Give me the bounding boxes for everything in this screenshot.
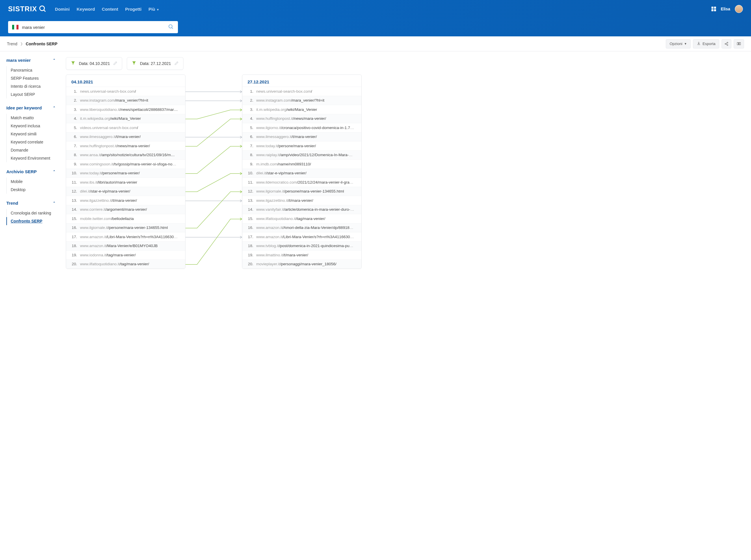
serp-row[interactable]: 4.it.m.wikipedia.org/wiki/Mara_Venier xyxy=(66,114,185,123)
serp-row[interactable]: 2.www.instagram.com/mara_venier/?hl=it xyxy=(242,96,361,105)
nav-keyword[interactable]: Keyword xyxy=(77,7,95,12)
serp-rank: 12. xyxy=(69,189,77,194)
flag-it-icon[interactable] xyxy=(12,25,18,29)
edit-icon[interactable] xyxy=(113,61,117,66)
serp-row[interactable]: 6.www.ilmessaggero.it/t/mara-venier/ xyxy=(242,132,361,141)
serp-url: movieplayer.it/personaggi/mara-venier_18… xyxy=(256,262,336,266)
sidebar-item[interactable]: Mobile xyxy=(7,178,55,186)
serp-url: www.iodonna.it/tag/mara-venier/ xyxy=(80,253,136,257)
date-filters: Data: 04.10.2021 Data: 27.12.2021 xyxy=(66,57,744,70)
export-button[interactable]: Esporta xyxy=(693,39,719,48)
serp-row[interactable]: 19.www.ilmattino.it/t/mara-venier/ xyxy=(242,250,361,260)
nav-progetti[interactable]: Progetti xyxy=(125,7,141,12)
search-box xyxy=(8,21,178,33)
nav-piu[interactable]: Più ▼ xyxy=(149,7,159,12)
sidebar-item[interactable]: Keyword correlate xyxy=(7,138,55,146)
serp-rank: 2. xyxy=(69,98,77,102)
serp-row[interactable]: 1.news.universal-search-box.com/ xyxy=(242,86,361,96)
serp-row[interactable]: 7.www.today.it/persone/mara-venier/ xyxy=(242,141,361,151)
serp-row[interactable]: 18.www.tvblog.it/post/domenica-in-2021-q… xyxy=(242,241,361,251)
search-icon[interactable] xyxy=(168,24,174,31)
apps-grid-icon[interactable] xyxy=(711,7,716,11)
logo[interactable]: SISTRIX xyxy=(8,5,47,13)
serp-row[interactable]: 12.www.ilgiornale.it/persone/mara-venier… xyxy=(242,187,361,196)
serp-row[interactable]: 17.www.amazon.it/Libri-Mara-Venier/s?rh=… xyxy=(242,232,361,241)
serp-url: www.ilgazzettino.it/t/mara-venier/ xyxy=(80,198,137,203)
serp-url: dilei.it/star-e-vip/mara-venier/ xyxy=(80,189,130,194)
sidebar-item[interactable]: Confronto SERP xyxy=(6,217,55,225)
sidebar-group-head[interactable]: mara venier⌃ xyxy=(6,58,55,63)
sidebar-group-head[interactable]: Trend⌃ xyxy=(6,201,55,205)
header-bar: SISTRIX Domini Keyword Content Progetti … xyxy=(0,0,751,18)
serp-row[interactable]: 15.mobile.twitter.com/bellodellazia xyxy=(66,214,185,223)
search-input[interactable] xyxy=(22,25,168,30)
serp-row[interactable]: 11.www.ildemocratico.com/2021/12/24/mara… xyxy=(242,178,361,187)
chevron-right-icon: ❯ xyxy=(20,42,23,46)
serp-row[interactable]: 20.movieplayer.it/personaggi/mara-venier… xyxy=(242,260,361,269)
breadcrumb-root[interactable]: Trend xyxy=(7,42,17,46)
serp-url: www.ilmessaggero.it/t/mara-venier/ xyxy=(80,135,141,139)
serp-row[interactable]: 6.www.ilmessaggero.it/t/mara-venier/ xyxy=(66,132,185,141)
sidebar-item[interactable]: Domande xyxy=(7,146,55,154)
book-button[interactable] xyxy=(734,39,744,48)
sidebar-item[interactable]: Match esatto xyxy=(7,114,55,122)
serp-row[interactable]: 18.www.amazon.it/Mara-Venier/e/B01MYO40J… xyxy=(66,241,185,251)
serp-rank: 14. xyxy=(69,207,77,212)
serp-row[interactable]: 1.news.universal-search-box.com/ xyxy=(66,86,185,96)
serp-row[interactable]: 10.dilei.it/star-e-vip/mara-venier/ xyxy=(242,168,361,178)
serp-row[interactable]: 9.www.comingsoon.it/tv/gossip/mara-venie… xyxy=(66,159,185,168)
serp-rank: 20. xyxy=(69,262,77,266)
serp-row[interactable]: 11.www.ibs.it/libri/autori/mara-venier xyxy=(66,178,185,187)
serp-row[interactable]: 5.videos.universal-search-box.com/ xyxy=(66,123,185,132)
serp-row[interactable]: 3.it.m.wikipedia.org/wiki/Mara_Venier xyxy=(242,105,361,114)
nav-content[interactable]: Content xyxy=(102,7,118,12)
serp-row[interactable]: 14.www.corriere.it/argomenti/mara-venier… xyxy=(66,205,185,214)
edit-icon[interactable] xyxy=(174,61,178,66)
serp-row[interactable]: 8.www.ansa.it/amp/sito/notizie/cultura/t… xyxy=(66,151,185,160)
serp-row[interactable]: 9.m.imdb.com/name/nm0893110/ xyxy=(242,159,361,168)
date-left-label: Data: 04.10.2021 xyxy=(79,61,110,66)
serp-row[interactable]: 16.www.amazon.it/Amori-della-zia-Mara-Ve… xyxy=(242,223,361,232)
avatar[interactable] xyxy=(735,5,743,13)
serp-row[interactable]: 5.www.ilgiorno.it/cronaca/positivo-covid… xyxy=(242,123,361,132)
filter-icon[interactable] xyxy=(71,61,75,66)
serp-row[interactable]: 16.www.ilgiornale.it/persone/mara-venier… xyxy=(66,223,185,232)
sidebar-item[interactable]: Cronologia dei ranking xyxy=(7,209,55,217)
serp-row[interactable]: 17.www.amazon.it/Libri-Mara-Venier/s?rh=… xyxy=(66,232,185,241)
user-name[interactable]: Elisa xyxy=(721,7,730,11)
sidebar-item[interactable]: Intento di ricerca xyxy=(7,82,55,91)
serp-rank: 3. xyxy=(245,107,253,112)
share-button[interactable] xyxy=(721,39,731,48)
serp-row[interactable]: 3.www.liberoquotidiano.it/news/spettacol… xyxy=(66,105,185,114)
serp-row[interactable]: 10.www.today.it/persone/mara-venier/ xyxy=(66,168,185,178)
chevron-down-icon: ▼ xyxy=(156,8,159,11)
sidebar-item[interactable]: Layout SERP xyxy=(7,91,55,98)
options-button[interactable]: Opzioni ▼ xyxy=(666,39,691,48)
serp-row[interactable]: 7.www.huffingtonpost.it/news/mara-venier… xyxy=(66,141,185,151)
sidebar-item[interactable]: Desktop xyxy=(7,186,55,194)
serp-row[interactable]: 2.www.instagram.com/mara_venier/?hl=it xyxy=(66,96,185,105)
serp-row[interactable]: 4.www.huffingtonpost.it/news/mara-venier… xyxy=(242,114,361,123)
main-nav: Domini Keyword Content Progetti Più ▼ xyxy=(55,7,159,12)
serp-url: www.ilgiorno.it/cronaca/positivo-covid-d… xyxy=(256,125,354,130)
serp-row[interactable]: 13.www.ilgazzettino.it/t/mara-venier/ xyxy=(242,196,361,205)
serp-rank: 20. xyxy=(245,262,253,266)
sidebar-item[interactable]: Keyword simili xyxy=(7,130,55,138)
sidebar-group-head[interactable]: Archivio SERP⌃ xyxy=(6,169,55,174)
serp-row[interactable]: 12.dilei.it/star-e-vip/mara-venier/ xyxy=(66,187,185,196)
serp-row[interactable]: 15.www.ilfattoquotidiano.it/tag/mara-ven… xyxy=(242,214,361,223)
serp-row[interactable]: 20.www.ilfattoquotidiano.it/tag/mara-ven… xyxy=(66,260,185,269)
sidebar-group-head[interactable]: Idee per keyword⌃ xyxy=(6,105,55,110)
serp-row[interactable]: 8.www.raiplay.it/amp/video/2021/12/Domen… xyxy=(242,151,361,160)
sidebar-item[interactable]: Panoramica xyxy=(7,66,55,74)
serp-row[interactable]: 13.www.ilgazzettino.it/t/mara-venier/ xyxy=(66,196,185,205)
serp-row[interactable]: 19.www.iodonna.it/tag/mara-venier/ xyxy=(66,250,185,260)
filter-icon[interactable] xyxy=(132,61,136,66)
nav-domini[interactable]: Domini xyxy=(55,7,70,12)
sidebar-item[interactable]: Keyword Environment xyxy=(7,154,55,162)
serp-rank: 13. xyxy=(245,198,253,203)
sidebar-item[interactable]: Keyword inclusa xyxy=(7,122,55,130)
serp-row[interactable]: 14.www.vanityfair.it/article/domenica-in… xyxy=(242,205,361,214)
serp-rank: 14. xyxy=(245,207,253,212)
sidebar-item[interactable]: SERP Features xyxy=(7,74,55,82)
